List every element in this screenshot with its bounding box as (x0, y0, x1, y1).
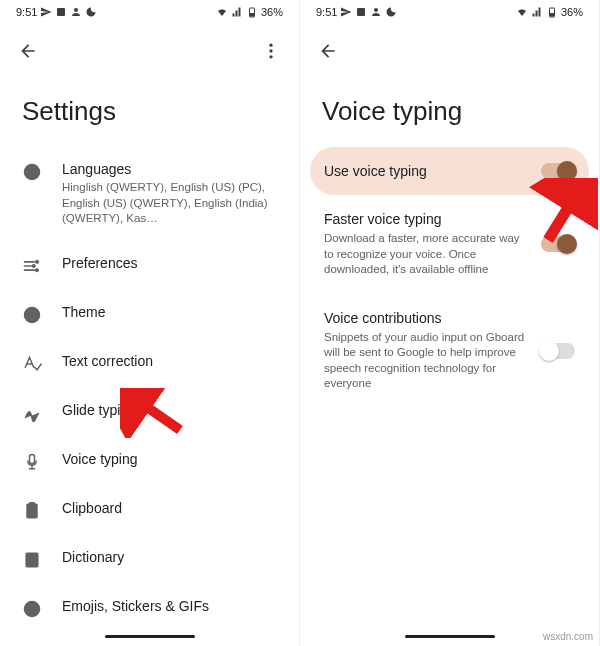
settings-item-languages[interactable]: Languages Hinglish (QWERTY), English (US… (6, 147, 293, 241)
svg-point-18 (25, 601, 40, 616)
tune-icon (22, 256, 42, 276)
vt-item-sub: Snippets of your audio input on Gboard w… (324, 330, 529, 392)
battery-icon (546, 6, 558, 18)
back-button[interactable] (314, 37, 342, 65)
svg-rect-17 (26, 553, 38, 566)
settings-item-voice-typing[interactable]: Voice typing (6, 437, 293, 486)
phone-left: 9:51 36% Settings Languages Hinglish (QW… (0, 0, 300, 646)
settings-item-label: Dictionary (62, 549, 277, 565)
svg-point-10 (35, 268, 38, 271)
svg-rect-3 (250, 13, 254, 17)
watermark: wsxdn.com (543, 631, 593, 642)
status-bar: 9:51 36% (0, 0, 299, 22)
status-battery: 36% (261, 6, 283, 18)
status-time: 9:51 (316, 6, 337, 18)
back-arrow-icon (318, 41, 338, 61)
svg-point-5 (269, 49, 272, 52)
svg-point-19 (29, 606, 31, 608)
toggle-knob (557, 234, 577, 254)
settings-item-dictionary[interactable]: Dictionary (6, 535, 293, 584)
mic-icon (22, 452, 42, 472)
battery-icon (246, 6, 258, 18)
moon-icon (385, 6, 397, 18)
telegram-icon (40, 6, 52, 18)
toggle-voice-contributions[interactable] (541, 343, 575, 359)
toggle-knob (557, 161, 577, 181)
svg-point-12 (28, 312, 30, 314)
person-icon (370, 6, 382, 18)
settings-item-label: Clipboard (62, 500, 277, 516)
nav-indicator (405, 635, 495, 638)
settings-item-preferences[interactable]: Preferences (6, 241, 293, 290)
svg-rect-0 (57, 8, 65, 16)
signal-icon (531, 6, 543, 18)
more-button[interactable] (257, 37, 285, 65)
settings-item-label: Emojis, Stickers & GIFs (62, 598, 277, 614)
status-right: 36% (216, 6, 283, 18)
back-button[interactable] (14, 37, 42, 65)
smiley-icon (22, 599, 42, 619)
gesture-icon (22, 403, 42, 423)
svg-point-20 (34, 606, 36, 608)
vt-item-voice-contributions[interactable]: Voice contributions Snippets of your aud… (310, 294, 589, 408)
svg-point-1 (74, 8, 78, 12)
settings-item-glide-typing[interactable]: Glide typing (6, 388, 293, 437)
svg-point-8 (35, 260, 38, 263)
globe-icon (22, 162, 42, 182)
nav-indicator (105, 635, 195, 638)
moon-icon (85, 6, 97, 18)
settings-item-label: Text correction (62, 353, 277, 369)
toggle-knob (539, 341, 559, 361)
clipboard-icon (22, 501, 42, 521)
settings-item-label: Preferences (62, 255, 277, 271)
phone-right: 9:51 36% Voice typing Use voice typing (300, 0, 600, 646)
svg-point-13 (31, 309, 33, 311)
status-bar: 9:51 36% (300, 0, 599, 22)
vt-item-label: Faster voice typing (324, 211, 529, 227)
person-icon (70, 6, 82, 18)
vt-item-sub: Download a faster, more accurate way to … (324, 231, 529, 278)
app-bar (300, 22, 599, 74)
svg-rect-31 (550, 13, 554, 17)
palette-icon (22, 305, 42, 325)
svg-point-9 (32, 264, 35, 267)
app-icon (355, 6, 367, 18)
toggle-use-voice-typing[interactable] (541, 163, 575, 179)
settings-item-sub: Hinglish (QWERTY), English (US) (PC), En… (62, 180, 277, 227)
settings-item-theme[interactable]: Theme (6, 290, 293, 339)
settings-item-label: Theme (62, 304, 277, 320)
settings-item-label: Languages (62, 161, 277, 177)
settings-item-label: Voice typing (62, 451, 277, 467)
status-battery: 36% (561, 6, 583, 18)
app-bar (0, 22, 299, 74)
status-left: 9:51 (316, 6, 397, 18)
settings-item-emoji[interactable]: Emojis, Stickers & GIFs (6, 584, 293, 633)
app-icon (55, 6, 67, 18)
settings-list: Languages Hinglish (QWERTY), English (US… (0, 147, 299, 646)
settings-item-text-correction[interactable]: Text correction (6, 339, 293, 388)
vt-item-use-voice-typing[interactable]: Use voice typing (310, 147, 589, 195)
signal-icon (231, 6, 243, 18)
status-time: 9:51 (16, 6, 37, 18)
svg-rect-16 (30, 502, 35, 505)
vt-item-label: Use voice typing (324, 163, 529, 179)
settings-item-clipboard[interactable]: Clipboard (6, 486, 293, 535)
vt-item-faster-voice-typing[interactable]: Faster voice typing Download a faster, m… (310, 195, 589, 294)
toggle-faster-voice-typing[interactable] (541, 236, 575, 252)
telegram-icon (340, 6, 352, 18)
voice-typing-list: Use voice typing Faster voice typing Dow… (300, 147, 599, 408)
vt-item-label: Voice contributions (324, 310, 529, 326)
svg-point-4 (269, 44, 272, 47)
svg-rect-28 (357, 8, 365, 16)
svg-point-14 (34, 312, 36, 314)
settings-item-label: Glide typing (62, 402, 277, 418)
wifi-icon (516, 6, 528, 18)
wifi-icon (216, 6, 228, 18)
book-icon (22, 550, 42, 570)
svg-point-6 (269, 55, 272, 58)
more-vert-icon (261, 41, 281, 61)
svg-point-29 (374, 8, 378, 12)
back-arrow-icon (18, 41, 38, 61)
spellcheck-icon (22, 354, 42, 374)
status-left: 9:51 (16, 6, 97, 18)
